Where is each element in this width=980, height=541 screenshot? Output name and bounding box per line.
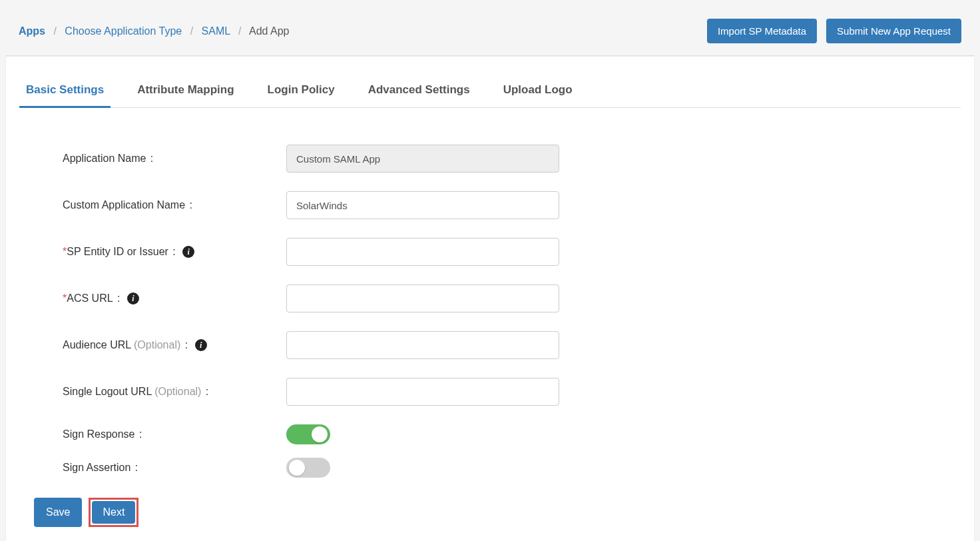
- single-logout-url-input[interactable]: [286, 378, 559, 406]
- acs-url-label: *ACS URL : i: [63, 292, 286, 305]
- custom-application-name-label: Custom Application Name :: [63, 199, 286, 211]
- breadcrumb-choose[interactable]: Choose Application Type: [65, 25, 182, 37]
- breadcrumb-sep: /: [190, 25, 193, 37]
- import-sp-metadata-button[interactable]: Import SP Metadata: [707, 19, 817, 43]
- sign-assertion-toggle[interactable]: [286, 458, 330, 478]
- submit-new-app-request-button[interactable]: Submit New App Request: [826, 19, 961, 43]
- tab-login-policy[interactable]: Login Policy: [261, 78, 342, 108]
- breadcrumb-saml[interactable]: SAML: [202, 25, 230, 37]
- tab-attribute-mapping[interactable]: Attribute Mapping: [130, 78, 240, 108]
- single-logout-url-label: Single Logout URL (Optional) :: [63, 386, 286, 398]
- acs-url-input[interactable]: [286, 284, 559, 312]
- application-name-input: [286, 145, 559, 173]
- info-icon[interactable]: i: [182, 246, 194, 258]
- info-icon[interactable]: i: [127, 292, 139, 304]
- audience-url-input[interactable]: [286, 331, 559, 359]
- next-button[interactable]: Next: [92, 501, 135, 524]
- tab-advanced-settings[interactable]: Advanced Settings: [362, 78, 477, 108]
- breadcrumb-sep: /: [238, 25, 241, 37]
- info-icon[interactable]: i: [195, 339, 207, 351]
- sp-entity-id-label: *SP Entity ID or Issuer : i: [63, 246, 286, 259]
- breadcrumb: Apps / Choose Application Type / SAML / …: [19, 25, 290, 37]
- custom-application-name-input[interactable]: [286, 191, 559, 219]
- tab-upload-logo[interactable]: Upload Logo: [497, 78, 579, 108]
- next-button-highlight: Next: [89, 498, 138, 527]
- application-name-label: Application Name :: [63, 153, 286, 165]
- sign-assertion-label: Sign Assertion :: [63, 462, 286, 474]
- settings-tabs: Basic Settings Attribute Mapping Login P…: [19, 78, 961, 108]
- breadcrumb-sep: /: [53, 25, 56, 37]
- sign-response-label: Sign Response :: [63, 428, 286, 440]
- tab-basic-settings[interactable]: Basic Settings: [19, 78, 111, 108]
- sign-response-toggle[interactable]: [286, 424, 330, 444]
- breadcrumb-apps[interactable]: Apps: [19, 25, 45, 37]
- audience-url-label: Audience URL (Optional) : i: [63, 339, 286, 352]
- sp-entity-id-input[interactable]: [286, 238, 559, 266]
- save-button[interactable]: Save: [34, 498, 82, 527]
- breadcrumb-current: Add App: [249, 25, 290, 37]
